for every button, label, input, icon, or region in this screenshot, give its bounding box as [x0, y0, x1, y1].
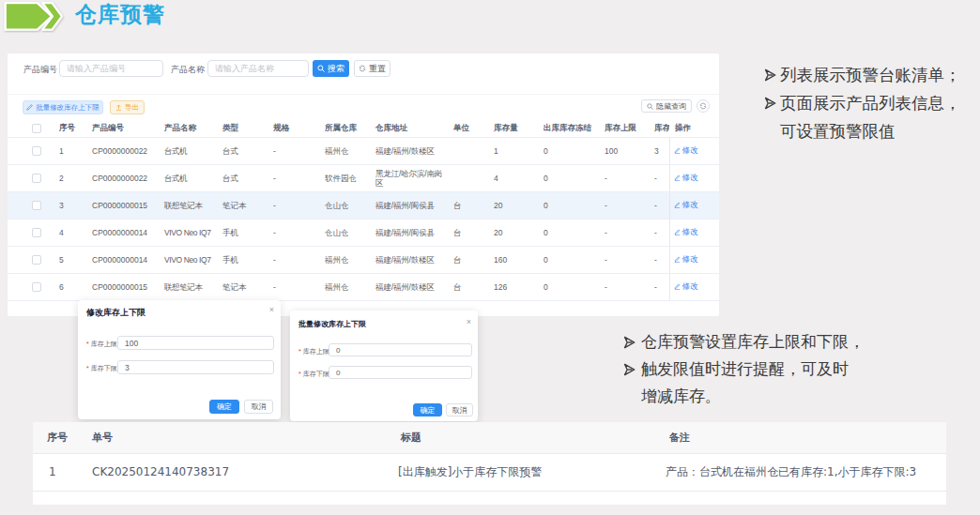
cell-type: 笔记本 — [215, 192, 264, 220]
cell-actions: 修改 — [669, 274, 719, 301]
table-row[interactable]: 2 CP0000000022 台式机 台式 - 软件园仓 黑龙江/哈尔滨/南岗区… — [8, 165, 719, 192]
select-all-header-cell — [8, 119, 50, 138]
edit-row-link[interactable]: 修改 — [674, 227, 698, 237]
table-row[interactable]: 3 CP0000000015 联想笔记本 笔记本 - 仓山仓 福建/福州/闽侯县… — [8, 192, 719, 220]
edit-dialog-close-icon[interactable]: × — [269, 306, 274, 314]
lower-limit-input[interactable] — [117, 360, 274, 374]
required-mark: * — [299, 348, 301, 355]
table-row[interactable]: 4 CP0000000014 VIVO Neo IQ7 手机 - 仓山仓 福建/… — [8, 220, 719, 247]
edit-icon — [674, 256, 681, 263]
hide-query-button-label: 隐藏查询 — [656, 101, 686, 112]
batch-lower-limit-input[interactable] — [329, 366, 472, 379]
upper-limit-label: *库存上限 — [86, 340, 117, 349]
cell-select — [8, 165, 50, 192]
cell-select — [8, 192, 50, 220]
edit-dialog-cancel-button[interactable]: 取消 — [244, 400, 273, 414]
edit-link-label: 修改 — [682, 254, 698, 265]
cell-address: 福建/福州/闽侯县 — [368, 220, 447, 247]
row-checkbox[interactable] — [32, 174, 41, 183]
cell-product-code: CP0000000022 — [83, 138, 155, 165]
notes-bottom: 仓库预警设置库存上限和下限， 触发限值时进行提醒，可及时 增减库存。 — [623, 328, 865, 410]
cell-frozen: 0 — [534, 274, 595, 301]
cell-lower-limit: - — [647, 274, 669, 301]
cell-unit: 台 — [447, 192, 484, 220]
cell-lower-limit: 3 — [647, 138, 669, 165]
table-row[interactable]: 1 CP0000000022 台式机 台式 - 福州仓 福建/福州/鼓楼区 1 … — [8, 138, 719, 165]
upper-limit-input[interactable] — [117, 336, 274, 350]
batch-dialog-confirm-button[interactable]: 确定 — [413, 403, 442, 417]
edit-row-link[interactable]: 修改 — [674, 173, 698, 183]
edit-link-label: 修改 — [682, 173, 698, 183]
field-label-text: 库存上限 — [303, 348, 329, 355]
note-text: 可设置预警限值 — [780, 117, 896, 145]
cell-frozen: 0 — [534, 165, 595, 192]
column-header: 序号 — [50, 119, 83, 138]
search-button[interactable]: 搜索 — [313, 60, 349, 77]
cell-unit: 台 — [447, 247, 484, 274]
cell-product-name: 联想笔记本 — [155, 192, 215, 220]
field-label-text: 库存下限 — [303, 371, 329, 377]
table-row[interactable]: 5 CP0000000014 VIVO Neo IQ7 手机 - 福州仓 福建/… — [8, 247, 719, 274]
arrow-bullet-icon — [623, 363, 635, 376]
batch-dialog-cancel-button[interactable]: 取消 — [446, 403, 473, 417]
edit-row-link[interactable]: 修改 — [674, 281, 698, 292]
required-mark: * — [86, 365, 89, 371]
select-all-checkbox[interactable] — [32, 124, 41, 133]
edit-icon — [674, 147, 681, 154]
export-button[interactable]: 导出 — [110, 100, 145, 114]
product-code-input[interactable] — [59, 60, 163, 77]
refresh-icon — [699, 102, 707, 110]
refresh-button[interactable] — [697, 99, 710, 113]
cell-stock: 4 — [484, 165, 534, 192]
cell-stock: 126 — [484, 274, 534, 301]
cell-actions: 修改 — [669, 220, 719, 247]
batch-upper-limit-label: *库存上限 — [299, 347, 329, 356]
edit-row-link[interactable]: 修改 — [674, 145, 698, 156]
cell-stock: 1 — [484, 138, 534, 165]
cell-product-name: 台式机 — [155, 165, 215, 192]
batch-upper-limit-input[interactable] — [329, 343, 472, 356]
cell-spec: - — [264, 247, 315, 274]
cell-frozen: 0 — [534, 247, 595, 274]
cell-stock: 20 — [484, 220, 534, 247]
cell-product-code: CP0000000022 — [83, 165, 155, 192]
cell-product-code: CP0000000015 — [83, 274, 155, 301]
column-header: 单位 — [447, 119, 484, 138]
edit-icon — [674, 202, 681, 208]
row-checkbox[interactable] — [32, 282, 41, 292]
alarm-table-header: 序号单号标题备注 — [33, 422, 946, 454]
cell-frozen: 0 — [534, 192, 595, 220]
batch-dialog-close-icon[interactable]: × — [467, 318, 471, 326]
note-line: 仓库预警设置库存上限和下限， — [623, 328, 865, 356]
product-table: 序号产品编号产品名称类型规格所属仓库仓库地址单位库存量出库库存冻结库存上限库存下… — [8, 119, 719, 301]
row-checkbox[interactable] — [32, 201, 41, 210]
alarm-column-header: 标题 — [401, 422, 421, 453]
batch-edit-button[interactable]: 批量修改库存上下限 — [23, 100, 103, 114]
product-name-input[interactable] — [207, 60, 309, 77]
edit-row-link[interactable]: 修改 — [674, 200, 698, 210]
alarm-column-header: 序号 — [47, 422, 68, 453]
note-text: 触发限值时进行提醒，可及时 — [641, 356, 849, 383]
column-header: 规格 — [264, 119, 315, 138]
cell-index: 1 — [50, 138, 83, 165]
cell-product-name: 台式机 — [155, 138, 215, 165]
cell-lower-limit: - — [647, 165, 669, 192]
reset-button[interactable]: 重置 — [354, 60, 390, 77]
edit-row-link[interactable]: 修改 — [674, 254, 698, 265]
cell-upper-limit: - — [595, 192, 647, 220]
hide-query-button[interactable]: 隐藏查询 — [641, 99, 692, 113]
cell-upper-limit: - — [595, 247, 647, 274]
cell-stock: 160 — [484, 247, 534, 274]
export-button-label: 导出 — [125, 103, 139, 113]
table-row[interactable]: 6 CP0000000015 联想笔记本 笔记本 - 福州仓 福建/福州/鼓楼区… — [8, 274, 719, 301]
edit-dialog-confirm-button[interactable]: 确定 — [209, 400, 239, 414]
cell-address: 福建/福州/闽侯县 — [368, 192, 447, 220]
row-checkbox[interactable] — [32, 146, 41, 156]
cell-upper-limit: 100 — [595, 138, 647, 165]
field-label-text: 库存下限 — [91, 365, 117, 371]
batch-edit-limits-dialog: 批量修改库存上下限 × *库存上限 *库存下限 确定 取消 — [290, 311, 478, 421]
cell-upper-limit: - — [595, 165, 647, 192]
row-checkbox[interactable] — [32, 255, 41, 265]
row-checkbox[interactable] — [32, 228, 41, 237]
column-header: 库存量 — [484, 119, 534, 138]
